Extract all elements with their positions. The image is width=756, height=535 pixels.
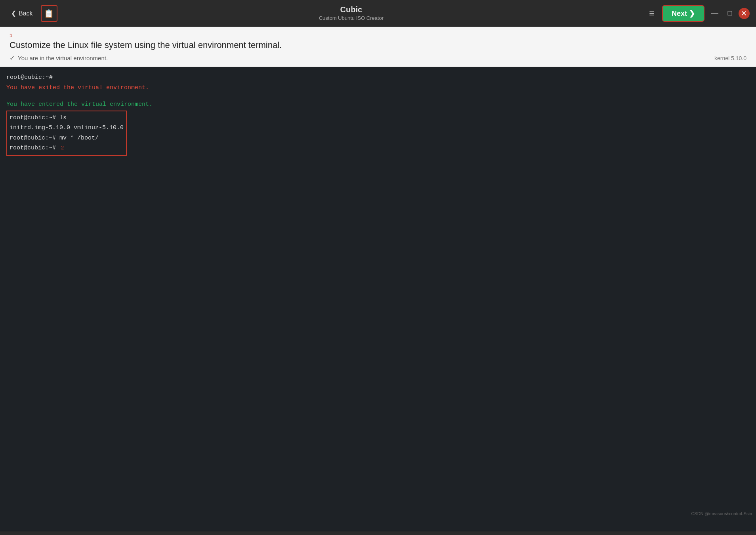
app-title: Cubic <box>319 5 384 14</box>
close-button[interactable]: ✕ <box>739 8 750 19</box>
clipboard-icon: 📋 <box>44 9 54 18</box>
terminal[interactable]: root@cubic:~# You have exited the virtua… <box>0 67 756 531</box>
header-area: 1 Customize the Linux file system using … <box>0 27 756 67</box>
terminal-box-line1: root@cubic:~# ls <box>10 113 124 123</box>
terminal-initial-prompt: root@cubic:~# <box>6 73 750 83</box>
maximize-button[interactable]: □ <box>724 7 736 20</box>
terminal-entered-message: You have entered the virtual environment… <box>6 99 750 110</box>
next-label: Next ❯ <box>672 9 695 18</box>
back-chevron-icon: ❮ <box>11 10 16 17</box>
menu-button[interactable]: ≡ <box>645 6 658 21</box>
status-message: You are in the virtual environment. <box>18 55 108 61</box>
minimize-icon: — <box>711 9 718 17</box>
terminal-command-box: root@cubic:~# ls initrd.img-5.10.0 vmlin… <box>6 111 127 156</box>
clipboard-button[interactable]: 📋 <box>41 5 57 22</box>
app-subtitle: Custom Ubuntu ISO Creator <box>319 15 384 21</box>
page-title: Customize the Linux file system using th… <box>10 40 746 50</box>
step-label: 1 <box>10 32 746 38</box>
next-button[interactable]: Next ❯ <box>662 5 704 22</box>
terminal-box-line2: initrd.img-5.10.0 vmlinuz-5.10.0 <box>10 123 124 133</box>
back-button[interactable]: ❮ Back <box>6 7 38 19</box>
kernel-label: kernel 5.10.0 <box>714 55 746 61</box>
checkmark-icon: ✓ <box>10 54 15 62</box>
terminal-box-line3: root@cubic:~# mv * /boot/ <box>10 133 124 143</box>
titlebar-right: ≡ Next ❯ — □ ✕ <box>645 5 750 22</box>
titlebar-center: Cubic Custom Ubuntu ISO Creator <box>319 5 384 21</box>
status-text: ✓ You are in the virtual environment. <box>10 54 108 62</box>
watermark: CSDN @measure&control-Ssin <box>691 511 752 516</box>
terminal-box-line4: root@cubic:~# 2 <box>10 143 124 153</box>
minimize-button[interactable]: — <box>708 7 721 20</box>
titlebar-left: ❮ Back 📋 <box>6 5 57 22</box>
maximize-icon: □ <box>728 9 732 17</box>
annotation-2: 2 <box>61 145 64 151</box>
status-row: ✓ You are in the virtual environment. ke… <box>10 54 746 62</box>
terminal-exited-message: You have exited the virtual environment. <box>6 83 750 93</box>
back-label: Back <box>19 10 33 17</box>
close-icon: ✕ <box>741 9 747 18</box>
window-controls: — □ ✕ <box>708 7 750 20</box>
hamburger-icon: ≡ <box>649 8 654 18</box>
titlebar: ❮ Back 📋 Cubic Custom Ubuntu ISO Creator… <box>0 0 756 27</box>
